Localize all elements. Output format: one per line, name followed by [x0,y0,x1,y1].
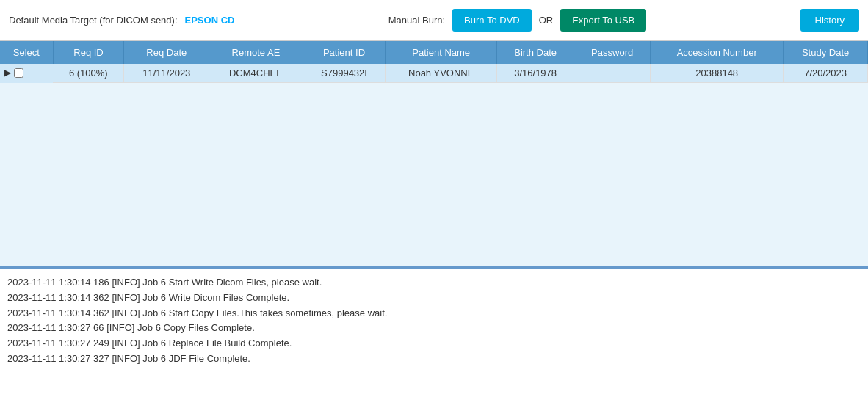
col-accession-number: Accession Number [651,41,784,64]
history-button[interactable]: History [800,9,859,32]
col-patient-id: Patient ID [303,41,386,64]
cell-patientId: S7999432I [303,64,386,83]
or-label: OR [539,15,554,26]
cell-birthDate: 3/16/1978 [497,64,574,83]
default-media-label: Default Media Target (for DICOM send): [9,15,178,26]
row-arrow-icon: ▶ [4,68,11,78]
table-body: ▶6 (100%)11/11/2023DCM4CHEES7999432INoah… [0,64,868,83]
log-line: 2023-11-11 1:30:27 249 [INFO] Job 6 Repl… [7,336,861,351]
col-password: Password [574,41,651,64]
log-line: 2023-11-11 1:30:14 362 [INFO] Job 6 Writ… [7,291,861,306]
cell-studyDate: 7/20/2023 [784,64,868,83]
manual-burn-label: Manual Burn: [388,15,445,26]
col-patient-name: Patient Name [386,41,497,64]
col-birth-date: Birth Date [497,41,574,64]
col-remote-ae: Remote AE [209,41,303,64]
col-select: Select [0,41,53,64]
cell-patientName: Noah YVONNE [386,64,497,83]
burn-dvd-button[interactable]: Burn To DVD [452,9,532,32]
epson-cd-label: EPSON CD [185,15,235,26]
row-checkbox[interactable] [14,68,23,78]
table-row[interactable]: ▶6 (100%)11/11/2023DCM4CHEES7999432INoah… [0,64,868,83]
col-req-id: Req ID [53,41,124,64]
top-bar: Default Media Target (for DICOM send): E… [0,0,868,41]
log-line: 2023-11-11 1:30:27 327 [INFO] Job 6 JDF … [7,351,861,367]
log-line: 2023-11-11 1:30:14 186 [INFO] Job 6 Star… [7,275,861,291]
log-container: 2023-11-11 1:30:14 186 [INFO] Job 6 Star… [0,269,868,415]
cell-reqId: 6 (100%) [53,64,124,83]
cell-password [574,64,651,83]
main-table: Select Req ID Req Date Remote AE Patient… [0,41,868,83]
table-header-row: Select Req ID Req Date Remote AE Patient… [0,41,868,64]
cell-reqDate: 11/11/2023 [124,64,209,83]
col-study-date: Study Date [784,41,868,64]
log-line: 2023-11-11 1:30:27 66 [INFO] Job 6 Copy … [7,321,861,336]
export-usb-button[interactable]: Export To USB [560,9,646,32]
log-line: 2023-11-11 1:30:14 362 [INFO] Job 6 Star… [7,306,861,321]
table-container: Select Req ID Req Date Remote AE Patient… [0,41,868,269]
cell-remoteAE: DCM4CHEE [209,64,303,83]
col-req-date: Req Date [124,41,209,64]
cell-accessionNumber: 20388148 [651,64,784,83]
